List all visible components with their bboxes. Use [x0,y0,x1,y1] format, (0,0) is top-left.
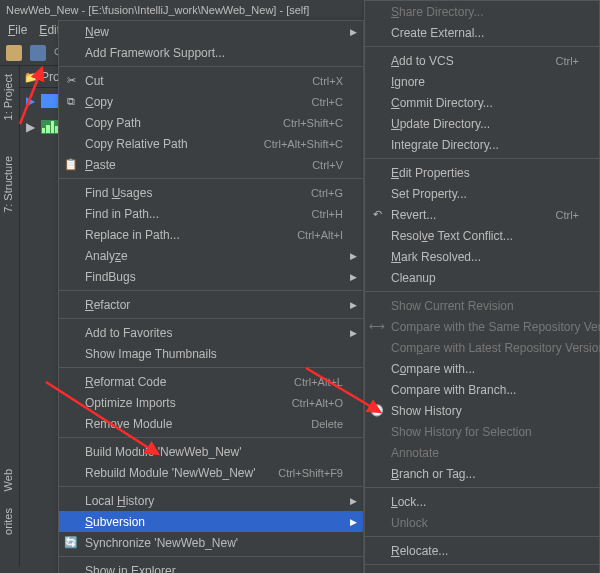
ctx-synchronize-newweb-new[interactable]: 🔄Synchronize 'NewWeb_New' [59,532,363,553]
rebuild-module-newweb-new-shortcut: Ctrl+Shift+F9 [278,467,343,479]
cut-icon: ✂ [64,74,78,88]
svn-revert[interactable]: ↶Revert...Ctrl+ [365,204,599,225]
svn-show-history[interactable]: 🕐Show History [365,400,599,421]
ctx-copy-path[interactable]: Copy PathCtrl+Shift+C [59,112,363,133]
compare-with-latest-repository-version-label: Compare with Latest Repository Version [391,341,600,355]
svn-resolve-text-conflict[interactable]: Resolve Text Conflict... [365,225,599,246]
ctx-add-framework-support[interactable]: Add Framework Support... [59,42,363,63]
svn-annotate: Annotate [365,442,599,463]
optimize-imports-label: Optimize Imports [85,396,282,410]
ctx-local-history[interactable]: Local History▶ [59,490,363,511]
subversion-submenu: Share Directory...Create External...Add … [364,0,600,573]
find-usages-label: Find Usages [85,186,301,200]
copy-relative-path-shortcut: Ctrl+Alt+Shift+C [264,138,343,150]
show-image-thumbnails-label: Show Image Thumbnails [85,347,343,361]
update-directory-label: Update Directory... [391,117,579,131]
compare-with-the-same-repository-ver-icon: ⟷ [370,320,384,334]
svn-compare-with[interactable]: Compare with... [365,358,599,379]
svn-show-current-revision: Show Current Revision [365,295,599,316]
ctx-findbugs[interactable]: FindBugs▶ [59,266,363,287]
paste-shortcut: Ctrl+V [312,159,343,171]
submenu-arrow-icon: ▶ [350,517,357,527]
submenu-arrow-icon: ▶ [350,496,357,506]
ctx-show-in-explorer[interactable]: Show in Explorer [59,560,363,573]
open-icon[interactable] [6,45,22,61]
integrate-directory-label: Integrate Directory... [391,138,579,152]
svn-edit-properties[interactable]: Edit Properties [365,162,599,183]
play-icon[interactable]: ▶ [26,94,35,108]
ctx-show-image-thumbnails[interactable]: Show Image Thumbnails [59,343,363,364]
ctx-copy-relative-path[interactable]: Copy Relative PathCtrl+Alt+Shift+C [59,133,363,154]
remove-module-shortcut: Delete [311,418,343,430]
cleanup-label: Cleanup [391,271,579,285]
ignore-label: Ignore [391,75,579,89]
submenu-arrow-icon: ▶ [350,27,357,37]
ctx-refactor[interactable]: Refactor▶ [59,294,363,315]
add-framework-support-label: Add Framework Support... [85,46,343,60]
play-icon-2[interactable]: ▶ [26,120,35,134]
ctx-separator [59,178,363,179]
ctx-separator [59,556,363,557]
unlock-label: Unlock [391,516,579,530]
tab-structure[interactable]: 7: Structure [0,148,16,221]
create-external-label: Create External... [391,26,579,40]
svn-mark-resolved[interactable]: Mark Resolved... [365,246,599,267]
ctx-replace-in-path[interactable]: Replace in Path...Ctrl+Alt+I [59,224,363,245]
lock-label: Lock... [391,495,579,509]
ctx-remove-module[interactable]: Remove ModuleDelete [59,413,363,434]
mark-resolved-label: Mark Resolved... [391,250,579,264]
ctx-cut[interactable]: ✂CutCtrl+X [59,70,363,91]
ctx-rebuild-module-newweb-new[interactable]: Rebuild Module 'NewWeb_New'Ctrl+Shift+F9 [59,462,363,483]
left-tool-tabs: 1: Project 7: Structure Web orites [0,66,20,566]
ctx-copy[interactable]: ⧉CopyCtrl+C [59,91,363,112]
svn-lock[interactable]: Lock... [365,491,599,512]
share-directory-label: Share Directory... [391,5,579,19]
ctx-separator [59,66,363,67]
ctx-find-usages[interactable]: Find UsagesCtrl+G [59,182,363,203]
menubar-file[interactable]: File [2,20,33,40]
chart-icon[interactable] [41,120,59,134]
ctx-separator [59,367,363,368]
tab-project[interactable]: 1: Project [0,66,16,128]
ctx-build-module-newweb-new[interactable]: Build Module 'NewWeb_New' [59,441,363,462]
revert-label: Revert... [391,208,545,222]
svn-create-external[interactable]: Create External... [365,22,599,43]
analyze-label: Analyze [85,249,343,263]
svn-branch-or-tag[interactable]: Branch or Tag... [365,463,599,484]
ctx-reformat-code[interactable]: Reformat CodeCtrl+Alt+L [59,371,363,392]
svn-add-to-vcs[interactable]: Add to VCSCtrl+ [365,50,599,71]
ctx-subversion[interactable]: Subversion▶ [59,511,363,532]
ctx-analyze[interactable]: Analyze▶ [59,245,363,266]
resolve-text-conflict-label: Resolve Text Conflict... [391,229,579,243]
project-tab-label: Pro [41,70,60,84]
ctx-find-in-path[interactable]: Find in Path...Ctrl+H [59,203,363,224]
local-history-label: Local History [85,494,343,508]
revert-shortcut: Ctrl+ [555,209,579,221]
ctx-separator [59,290,363,291]
svn-browse-changes[interactable]: Browse Changes... [365,568,599,573]
svn-integrate-directory[interactable]: Integrate Directory... [365,134,599,155]
show-in-explorer-label: Show in Explorer [85,564,343,574]
svn-relocate[interactable]: Relocate... [365,540,599,561]
ctx-add-to-favorites[interactable]: Add to Favorites▶ [59,322,363,343]
svn-set-property[interactable]: Set Property... [365,183,599,204]
tab-favorites[interactable]: orites [0,500,16,543]
svn-ignore[interactable]: Ignore [365,71,599,92]
copy-path-shortcut: Ctrl+Shift+C [283,117,343,129]
svn-update-directory[interactable]: Update Directory... [365,113,599,134]
svn-commit-directory[interactable]: Commit Directory... [365,92,599,113]
svn-cleanup[interactable]: Cleanup [365,267,599,288]
ctx-separator [59,437,363,438]
ctx-new[interactable]: New▶ [59,21,363,42]
ctx-optimize-imports[interactable]: Optimize ImportsCtrl+Alt+O [59,392,363,413]
ctx-separator [59,486,363,487]
save-icon[interactable] [30,45,46,61]
copy-icon: ⧉ [64,95,78,109]
commit-directory-label: Commit Directory... [391,96,579,110]
tab-web[interactable]: Web [0,461,16,499]
svn-compare-with-the-same-repository-ver: ⟷Compare with the Same Repository Ver [365,316,599,337]
module-icon[interactable] [41,94,59,108]
svn-compare-with-branch[interactable]: Compare with Branch... [365,379,599,400]
ctx-paste[interactable]: 📋PasteCtrl+V [59,154,363,175]
synchronize-newweb-new-icon: 🔄 [64,536,78,550]
